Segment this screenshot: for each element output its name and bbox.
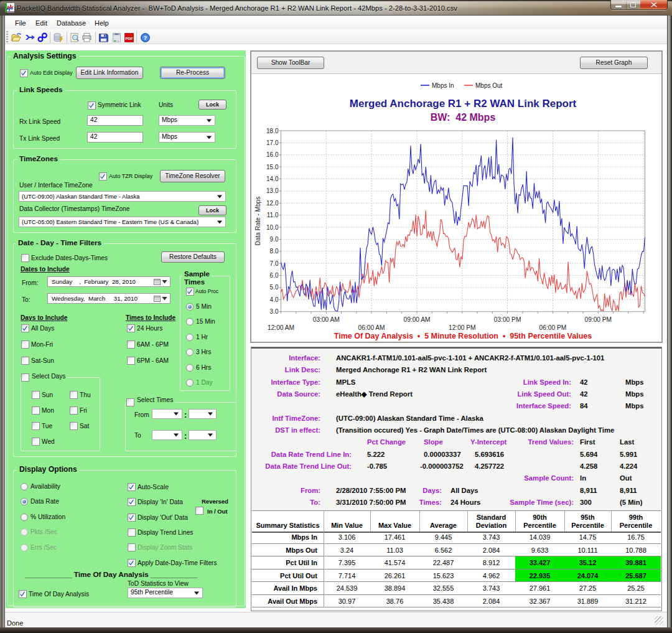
svg-text:8.0: 8.0: [270, 248, 279, 255]
svg-text:06:00 AM: 06:00 AM: [358, 324, 385, 331]
svg-text:Merged Anchorage R1 + R2 WAN L: Merged Anchorage R1 + R2 WAN Link Report: [350, 98, 577, 110]
svg-text:12:00 AM: 12:00 AM: [268, 324, 294, 331]
svg-text:Data Rate - Mbps: Data Rate - Mbps: [254, 197, 261, 245]
svg-text:5.0: 5.0: [270, 284, 279, 291]
svg-text:data: data: [114, 33, 118, 35]
svg-text:?: ?: [144, 34, 147, 41]
svg-text:09:00 AM: 09:00 AM: [403, 316, 430, 323]
svg-text:4.0: 4.0: [270, 296, 279, 303]
svg-text:09:00 PM: 09:00 PM: [584, 316, 612, 323]
svg-text:11.0: 11.0: [267, 212, 279, 218]
svg-text:10.0: 10.0: [266, 224, 279, 231]
svg-text:7.0: 7.0: [270, 260, 279, 267]
svg-text:12:00 PM: 12:00 PM: [449, 324, 476, 331]
svg-text:9.0: 9.0: [270, 236, 279, 243]
svg-text:16.0: 16.0: [266, 151, 279, 158]
svg-text:Mbps In: Mbps In: [432, 82, 454, 89]
svg-text:PDF: PDF: [125, 36, 133, 40]
svg-text:03:00 AM: 03:00 AM: [313, 316, 340, 323]
svg-text:3.0: 3.0: [270, 308, 279, 315]
svg-text:18.0: 18.0: [266, 128, 279, 134]
svg-text:Time Of Day Analysis • 5 Min: Time Of Day Analysis • 5 Minute Resoluti…: [334, 332, 592, 340]
svg-text:6.0: 6.0: [270, 272, 279, 279]
svg-text:03:00 PM: 03:00 PM: [494, 316, 521, 323]
svg-text:17.0: 17.0: [266, 139, 279, 146]
svg-text:Mbps Out: Mbps Out: [475, 82, 503, 89]
svg-text:BW: 42 Mbps: BW: 42 Mbps: [431, 112, 496, 123]
svg-text:13.0: 13.0: [266, 187, 279, 194]
svg-text:14.0: 14.0: [266, 176, 279, 182]
svg-text:15.0: 15.0: [266, 164, 279, 171]
svg-text:12.0: 12.0: [266, 200, 279, 207]
svg-text:06:00 PM: 06:00 PM: [539, 324, 567, 331]
